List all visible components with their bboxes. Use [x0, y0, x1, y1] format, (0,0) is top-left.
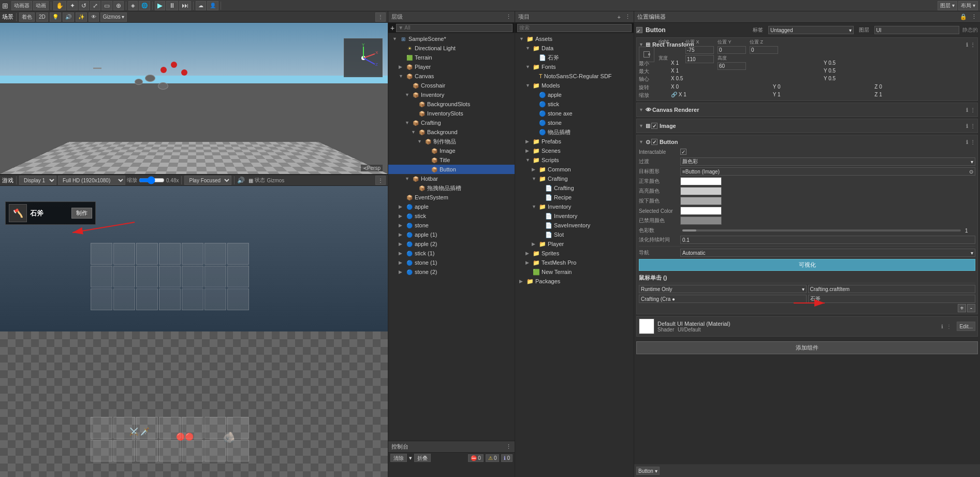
navigation-dropdown[interactable]: Automatic ▾: [680, 249, 975, 257]
scene-audio[interactable]: 🔊: [63, 12, 74, 22]
project-item-common[interactable]: ▶ 📁 Common: [515, 165, 634, 174]
inv-slot-4[interactable]: [159, 243, 181, 265]
resolution-select[interactable]: Full HD (1920x1080): [58, 176, 125, 185]
hierarchy-item-eventsystem[interactable]: 📦 EventSystem: [388, 193, 515, 202]
project-item-inv-script[interactable]: 📄 Inventory: [515, 211, 634, 221]
material-dots[interactable]: ⋮: [946, 324, 952, 329]
hierarchy-item-stick[interactable]: ▶ 🔵 stick: [388, 211, 515, 221]
inv-slot-1[interactable]: [91, 243, 112, 265]
hierarchy-item-player[interactable]: ▶ 📦 Player: [388, 62, 515, 71]
pos-z-input[interactable]: [750, 46, 778, 54]
tool-transform[interactable]: ⊕: [113, 1, 124, 10]
material-edit-btn[interactable]: Edit...: [957, 322, 975, 331]
hierarchy-item-dragslot[interactable]: 📦 拖拽物品插槽: [388, 183, 515, 193]
account-button[interactable]: 👤: [207, 1, 218, 10]
project-item-data[interactable]: ▼ 📁 Data: [515, 44, 634, 53]
project-item-assets[interactable]: ▼ 📁 Assets: [515, 34, 634, 44]
bottom-slot-9[interactable]: [113, 440, 135, 461]
add-onclick-btn[interactable]: +: [958, 304, 966, 312]
scene-light[interactable]: 💡: [50, 12, 61, 22]
hierarchy-item-dirlight[interactable]: ☀ Directional Light: [388, 44, 515, 53]
project-item-recipe[interactable]: 📄 Recipe: [515, 193, 634, 202]
inv-slot-11[interactable]: [159, 266, 181, 287]
bottom-slot-5[interactable]: [182, 417, 203, 439]
project-item-sprites[interactable]: ▶ 📁 Sprites: [515, 249, 634, 258]
layers-dropdown[interactable]: 图层 ▾: [938, 1, 957, 10]
target-graphic-pick[interactable]: ⊙: [969, 169, 973, 175]
layer-dropdown[interactable]: UI: [874, 26, 959, 34]
project-item-inv-folder[interactable]: ▼ 📁 Inventory: [515, 202, 634, 211]
game-more[interactable]: ⋮: [375, 176, 386, 185]
inv-slot-16[interactable]: [113, 288, 135, 310]
project-item-saveinv[interactable]: 📄 SaveInventory: [515, 221, 634, 230]
inv-slot-3[interactable]: [136, 243, 158, 265]
bottom-slot-10[interactable]: [136, 440, 158, 461]
inv-slot-18[interactable]: [159, 288, 181, 310]
bottom-object-dropdown[interactable]: Button ▾: [636, 467, 660, 475]
hierarchy-item-apple[interactable]: ▶ 🔵 apple: [388, 202, 515, 211]
hierarchy-item-image[interactable]: 📦 Image: [388, 146, 515, 155]
mode-pivot[interactable]: ◈: [128, 1, 138, 10]
project-item-tmp[interactable]: ▶ 📁 TextMesh Pro: [515, 258, 634, 267]
normal-color-swatch[interactable]: [680, 177, 722, 185]
highlighted-color-swatch[interactable]: [680, 187, 722, 195]
hierarchy-add[interactable]: +: [390, 24, 394, 32]
target-graphic-dropdown[interactable]: ≡Button (Image) ⊙: [680, 167, 975, 176]
inv-slot-20[interactable]: [204, 288, 226, 310]
pressed-color-swatch[interactable]: [680, 197, 722, 205]
hierarchy-item-background[interactable]: ▼ 📦 Background: [388, 127, 515, 137]
hierarchy-item-inventory[interactable]: ▼ 📦 Inventory: [388, 90, 515, 99]
project-item-apple-model[interactable]: 🔵 apple: [515, 90, 634, 99]
tool-rect[interactable]: ▭: [101, 1, 112, 10]
menu-file[interactable]: 动画器: [11, 1, 32, 10]
bottom-slot-13[interactable]: [204, 440, 226, 461]
hierarchy-search-input[interactable]: [396, 24, 513, 32]
button-enabled-checkbox[interactable]: ✓: [651, 139, 657, 145]
console-collapse-btn[interactable]: 折叠: [414, 454, 431, 462]
bottom-slot-3[interactable]: [136, 417, 158, 439]
hierarchy-menu[interactable]: ⋮: [506, 13, 511, 20]
pause-button[interactable]: ⏸: [166, 1, 178, 10]
mode-global[interactable]: 🌐: [139, 1, 150, 10]
pos-x-input[interactable]: [685, 46, 714, 54]
bottom-slot-8[interactable]: [91, 440, 112, 461]
tool-move[interactable]: ✦: [67, 1, 78, 10]
project-item-fonts[interactable]: ▼ 📁 Fonts: [515, 62, 634, 71]
bottom-slot-6[interactable]: [204, 417, 226, 439]
bottom-slot-14[interactable]: [227, 440, 249, 461]
project-item-stick-model[interactable]: 🔵 stick: [515, 99, 634, 109]
project-search-input[interactable]: [517, 24, 632, 32]
transition-dropdown[interactable]: 颜色彩 ▾: [680, 157, 975, 166]
project-item-stoneaxe[interactable]: 🔵 stone axe: [515, 109, 634, 118]
hierarchy-item-apple1[interactable]: ▶ 🔵 apple (1): [388, 230, 515, 239]
hierarchy-item-bgslots[interactable]: 📦 BackgroundSlots: [388, 99, 515, 109]
hierarchy-item-crafting[interactable]: ▼ 📦 Crafting: [388, 118, 515, 127]
hierarchy-item-stone[interactable]: ▶ 🔵 stone: [388, 221, 515, 230]
scene-tab[interactable]: 场景: [2, 13, 13, 21]
hierarchy-item-crosshair[interactable]: 📦 Crosshair: [388, 81, 515, 90]
game-tab[interactable]: 游戏: [2, 177, 13, 184]
console-menu[interactable]: ⋮: [506, 443, 511, 450]
image-enabled-checkbox[interactable]: ✓: [651, 123, 657, 129]
inv-slot-21[interactable]: [227, 288, 249, 310]
console-clear-btn[interactable]: 清除: [390, 454, 407, 462]
hierarchy-item-hotbar[interactable]: ▼ 📦 Hotbar: [388, 174, 515, 183]
bottom-slot-2[interactable]: [113, 417, 135, 439]
menu-edit[interactable]: 动画: [33, 1, 49, 10]
inspector-lock[interactable]: 🔒: [960, 13, 967, 20]
project-item-crafting-script[interactable]: 📄 Crafting: [515, 183, 634, 193]
onclick-object-field[interactable]: Crafting (Cra ●: [639, 295, 807, 303]
canvas-renderer-header[interactable]: ▼ 👁 Canvas Renderer ℹ ⋮: [639, 105, 975, 115]
hierarchy-item-invslots[interactable]: 📦 InventorySlots: [388, 109, 515, 118]
hierarchy-item-craftitems[interactable]: ▼ 📦 制作物品: [388, 137, 515, 146]
inv-slot-9[interactable]: [113, 266, 135, 287]
project-item-font[interactable]: T NotoSansSC-Regular SDF: [515, 71, 634, 81]
stats-icon[interactable]: ▦: [248, 178, 253, 183]
inv-slot-15[interactable]: [91, 288, 112, 310]
hierarchy-item-title[interactable]: 📦 Title: [388, 155, 515, 165]
object-active-checkbox[interactable]: ✓: [636, 27, 642, 33]
bottom-slot-11[interactable]: [159, 440, 181, 461]
project-item-slot[interactable]: 📄 Slot: [515, 230, 634, 239]
visualize-button[interactable]: 可视化: [639, 259, 975, 271]
pos-y-input[interactable]: [718, 46, 746, 54]
